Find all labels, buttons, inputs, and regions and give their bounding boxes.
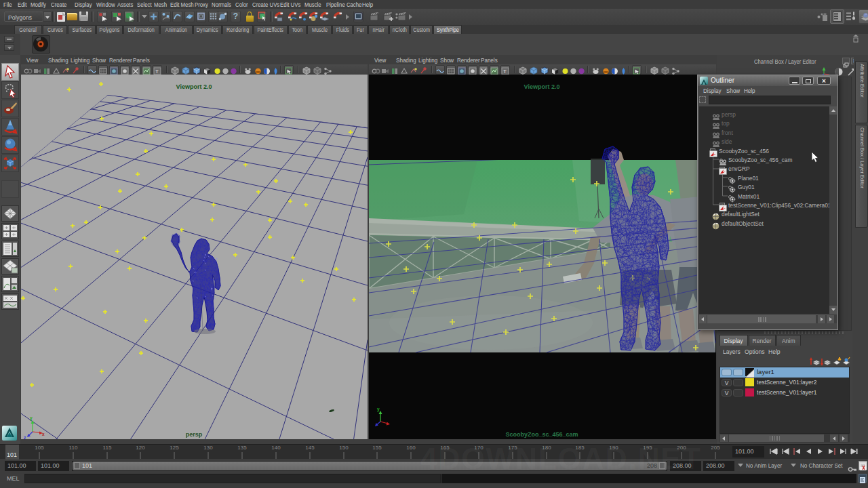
svg-text:y: y — [377, 407, 380, 412]
svg-text:y: y — [30, 415, 33, 421]
svg-text:T: T — [155, 68, 159, 75]
svg-text:T: T — [503, 68, 507, 75]
svg-text:x: x — [42, 432, 45, 436]
svg-text:z: z — [24, 435, 26, 439]
